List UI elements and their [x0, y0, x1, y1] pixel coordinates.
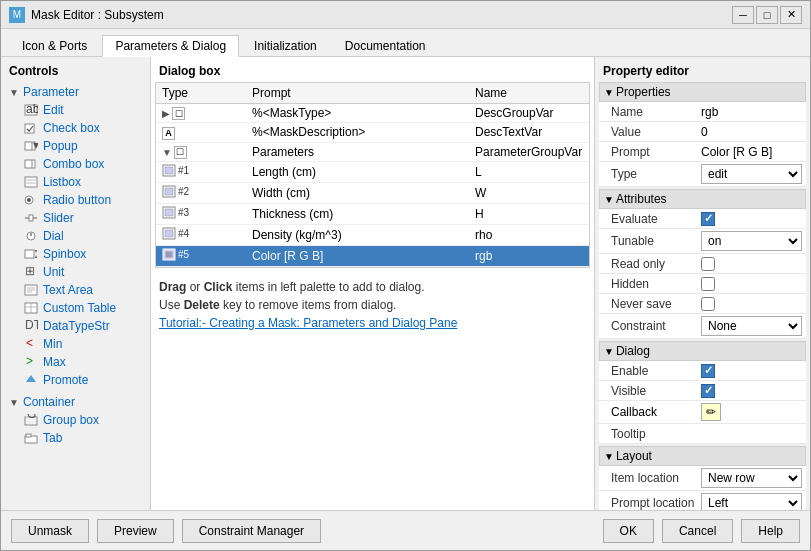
type-cell: #4 [156, 224, 246, 245]
sidebar-item-dial[interactable]: Dial [1, 227, 150, 245]
callback-pencil-button[interactable]: ✏ [701, 403, 721, 421]
parameter-section-header[interactable]: ▼ Parameter [1, 83, 150, 101]
unit-label: Unit [43, 265, 64, 279]
evaluate-checkbox[interactable]: ✓ [701, 212, 715, 226]
dial-label: Dial [43, 229, 64, 243]
minimize-button[interactable]: ─ [732, 6, 754, 24]
dial-icon [23, 229, 39, 243]
table-row[interactable]: #3 Thickness (cm) H [156, 203, 589, 224]
table-row[interactable]: #1 Length (cm) L [156, 161, 589, 182]
sidebar-item-unit[interactable]: ⊞ Unit [1, 263, 150, 281]
tunable-row: Tunable on off [599, 229, 806, 254]
tab-documentation[interactable]: Documentation [332, 35, 439, 56]
maximize-button[interactable]: □ [756, 6, 778, 24]
name-cell: DescGroupVar [469, 104, 589, 123]
sidebar-item-custom-table[interactable]: Custom Table [1, 299, 150, 317]
item-location-select[interactable]: New row New [701, 468, 802, 488]
tabs-bar: Icon & Ports Parameters & Dialog Initial… [1, 29, 810, 57]
groupbox-label: Group box [43, 413, 99, 427]
layout-section-header[interactable]: ▼ Layout [599, 446, 806, 466]
min-icon: < [23, 337, 39, 351]
tab-icon-ports[interactable]: Icon & Ports [9, 35, 100, 56]
callback-row: Callback ✏ [599, 401, 806, 424]
sidebar-item-min[interactable]: < Min [1, 335, 150, 353]
preview-button[interactable]: Preview [97, 519, 174, 543]
title-bar-left: M Mask Editor : Subsystem [9, 7, 164, 23]
ok-button[interactable]: OK [603, 519, 654, 543]
sidebar-item-datatypestr[interactable]: DT DataTypeStr [1, 317, 150, 335]
listbox-label: Listbox [43, 175, 81, 189]
sidebar-item-textarea[interactable]: Text Area [1, 281, 150, 299]
dialog-hint: Drag or Click items in left palette to a… [155, 274, 590, 336]
col-type: Type [156, 83, 246, 104]
table-row[interactable]: #4 Density (kg/m^3) rho [156, 224, 589, 245]
collapse-icon: ▼ [9, 87, 21, 98]
sidebar-item-promote[interactable]: Promote [1, 371, 150, 389]
sidebar-item-popup[interactable]: ▾ Popup [1, 137, 150, 155]
item-location-row: Item location New row New [599, 466, 806, 491]
table-row[interactable]: #2 Width (cm) W [156, 182, 589, 203]
max-label: Max [43, 355, 66, 369]
svg-rect-6 [25, 160, 35, 168]
tab-initialization[interactable]: Initialization [241, 35, 330, 56]
table-row[interactable]: A %<MaskDescription> DescTextVar [156, 123, 589, 143]
value-value: 0 [701, 125, 802, 139]
constraint-manager-button[interactable]: Constraint Manager [182, 519, 321, 543]
dialog-panel: Dialog box Type Prompt Name [151, 57, 595, 510]
item-location-label: Item location [611, 471, 701, 485]
title-bar: M Mask Editor : Subsystem ─ □ ✕ [1, 1, 810, 29]
property-panel: Property editor ▼ Properties Name rgb Va… [595, 57, 810, 510]
tab-icon [23, 431, 39, 445]
enable-checkbox[interactable]: ✓ [701, 364, 715, 378]
textarea-label: Text Area [43, 283, 93, 297]
combobox-label: Combo box [43, 157, 104, 171]
type-select[interactable]: edit checkbox popup [701, 164, 802, 184]
visible-label: Visible [611, 384, 701, 398]
container-collapse-icon: ▼ [9, 397, 21, 408]
dialog-section-label: Dialog [616, 344, 650, 358]
tutorial-link[interactable]: Tutorial:- Creating a Mask: Parameters a… [159, 316, 457, 330]
prompt-cell: %<MaskDescription> [246, 123, 469, 143]
neversave-checkbox[interactable] [701, 297, 715, 311]
container-section-header[interactable]: ▼ Container [1, 393, 150, 411]
attributes-section-header[interactable]: ▼ Attributes [599, 189, 806, 209]
unmask-button[interactable]: Unmask [11, 519, 89, 543]
name-label: Name [611, 105, 701, 119]
datatypestr-label: DataTypeStr [43, 319, 110, 333]
prop-name-row: Name rgb [599, 102, 806, 122]
sidebar-item-tab[interactable]: Tab [1, 429, 150, 447]
help-button[interactable]: Help [741, 519, 800, 543]
svg-text:<: < [26, 338, 33, 350]
readonly-checkbox[interactable] [701, 257, 715, 271]
attributes-section-label: Attributes [616, 192, 667, 206]
bottom-bar: Unmask Preview Constraint Manager OK Can… [1, 510, 810, 550]
tab-label: Tab [43, 431, 62, 445]
tunable-select[interactable]: on off [701, 231, 802, 251]
close-button[interactable]: ✕ [780, 6, 802, 24]
table-row[interactable]: ▶ ☐ %<MaskType> DescGroupVar [156, 104, 589, 123]
bottom-left-buttons: Unmask Preview Constraint Manager [11, 519, 321, 543]
sidebar-item-groupbox[interactable]: G Group box [1, 411, 150, 429]
prompt-location-select[interactable]: Left Top [701, 493, 802, 510]
table-row[interactable]: ▼ ☐ Parameters ParameterGroupVar [156, 142, 589, 161]
hidden-checkbox[interactable] [701, 277, 715, 291]
table-row[interactable]: #5 Color [R G B] rgb [156, 245, 589, 266]
tab-params-dialog[interactable]: Parameters & Dialog [102, 35, 239, 57]
sidebar-item-radio[interactable]: Radio button [1, 191, 150, 209]
cancel-button[interactable]: Cancel [662, 519, 733, 543]
sidebar-item-edit[interactable]: ab Edit [1, 101, 150, 119]
properties-section-header[interactable]: ▼ Properties [599, 82, 806, 102]
type-cell: ▶ ☐ [156, 104, 246, 123]
visible-checkbox[interactable]: ✓ [701, 384, 715, 398]
sidebar-item-spinbox[interactable]: Spinbox [1, 245, 150, 263]
prompt-value: Color [R G B] [701, 145, 802, 159]
property-editor-title: Property editor [599, 61, 806, 82]
constraint-select[interactable]: None [701, 316, 802, 336]
sidebar-item-max[interactable]: > Max [1, 353, 150, 371]
sidebar-item-slider[interactable]: Slider [1, 209, 150, 227]
controls-title: Controls [1, 61, 150, 81]
dialog-section-header[interactable]: ▼ Dialog [599, 341, 806, 361]
sidebar-item-combobox[interactable]: Combo box [1, 155, 150, 173]
sidebar-item-checkbox[interactable]: Check box [1, 119, 150, 137]
sidebar-item-listbox[interactable]: Listbox [1, 173, 150, 191]
